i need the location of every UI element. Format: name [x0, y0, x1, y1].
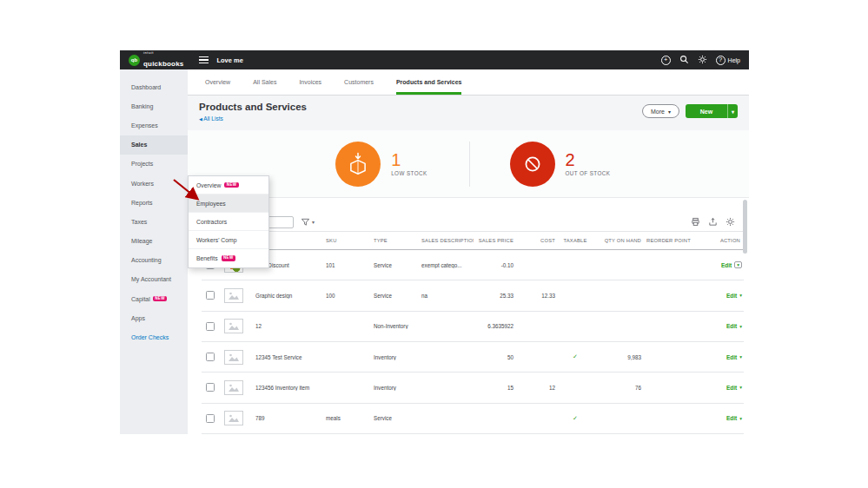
- col-type[interactable]: TYPE: [374, 238, 421, 243]
- sidebar-item-apps[interactable]: Apps: [120, 308, 188, 327]
- table-row: Graphic design 100 Service na 25.33 12.3…: [202, 280, 744, 311]
- edit-dropdown-caret[interactable]: ▾: [739, 385, 742, 390]
- workers-menu-benefits[interactable]: BenefitsNEW: [189, 249, 268, 267]
- low-stock-count: 1: [391, 151, 427, 168]
- out-of-stock-label: OUT OF STOCK: [566, 170, 611, 176]
- col-sales-price[interactable]: SALES PRICE: [474, 238, 517, 243]
- col-cost[interactable]: COST: [517, 238, 559, 243]
- quickbooks-window: qb intuit quickbooks Love me + ? Help: [120, 50, 749, 434]
- item-name[interactable]: 789: [255, 415, 326, 421]
- item-name[interactable]: 123456 Inventory item: [255, 385, 326, 391]
- row-checkbox[interactable]: [206, 291, 215, 300]
- edit-dropdown-caret[interactable]: ▾: [734, 261, 742, 268]
- sidebar-item-banking[interactable]: Banking: [120, 96, 188, 115]
- help-icon: ?: [716, 56, 726, 65]
- item-type: Service: [374, 415, 421, 421]
- item-taxable-check: ✓: [559, 415, 595, 422]
- export-icon[interactable]: [708, 217, 718, 227]
- item-sku: meals: [326, 415, 374, 421]
- item-sales-price: 50: [474, 354, 517, 360]
- row-checkbox[interactable]: [206, 383, 215, 392]
- sidebar-item-dashboard[interactable]: Dashboard: [120, 77, 188, 96]
- edit-dropdown-caret[interactable]: ▾: [739, 293, 742, 298]
- item-qty: 76: [595, 385, 645, 391]
- item-taxable-check: ✓: [559, 353, 595, 360]
- filter-caret: ▾: [312, 219, 315, 225]
- item-type: Inventory: [374, 354, 421, 360]
- photo-placeholder-icon: [224, 288, 243, 303]
- create-plus-icon[interactable]: +: [661, 56, 671, 65]
- edit-button[interactable]: Edit: [726, 354, 737, 360]
- sidebar-item-reports[interactable]: Reports: [120, 193, 188, 212]
- sidebar-item-order-checks[interactable]: Order Checks: [120, 327, 188, 346]
- filter-button[interactable]: ▾: [301, 217, 315, 227]
- out-of-stock-tile[interactable]: 2 OUT OF STOCK: [470, 130, 750, 197]
- edit-button[interactable]: Edit: [721, 262, 732, 268]
- edit-dropdown-caret[interactable]: ▾: [739, 324, 742, 329]
- item-name[interactable]: 12: [255, 323, 326, 329]
- edit-button[interactable]: Edit: [726, 293, 737, 299]
- sidebar-item-mileage[interactable]: Mileage: [120, 232, 188, 251]
- funnel-icon: [301, 217, 310, 227]
- edit-dropdown-caret[interactable]: ▾: [739, 354, 742, 359]
- col-sku[interactable]: SKU: [326, 238, 374, 243]
- sidebar-item-capital[interactable]: CapitalNEW: [120, 289, 188, 308]
- item-sales-price: 15: [474, 385, 517, 391]
- tab-products-and-services[interactable]: Products and Services: [396, 69, 461, 95]
- col-action: ACTION: [694, 238, 744, 243]
- out-of-stock-icon: [510, 142, 555, 187]
- photo-placeholder-icon: [224, 380, 243, 395]
- sidebar-item-projects[interactable]: Projects: [120, 155, 188, 174]
- workers-menu-employees[interactable]: Employees: [189, 195, 268, 213]
- out-of-stock-count: 2: [566, 151, 611, 168]
- row-checkbox[interactable]: [206, 353, 215, 361]
- tab-invoices[interactable]: Invoices: [299, 69, 321, 95]
- gear-icon[interactable]: [698, 52, 707, 68]
- edit-button[interactable]: Edit: [726, 323, 737, 329]
- sidebar-item-expenses[interactable]: Expenses: [120, 115, 188, 135]
- new-button[interactable]: New ▾: [686, 104, 738, 118]
- tab-all-sales[interactable]: All Sales: [253, 69, 276, 95]
- intuit-brand-label: intuit: [143, 51, 183, 55]
- sidebar-item-sales[interactable]: Sales: [120, 135, 188, 155]
- sidebar-item-my-accountant[interactable]: My Accountant: [120, 270, 188, 289]
- row-checkbox[interactable]: [206, 414, 215, 423]
- edit-dropdown-caret[interactable]: ▾: [739, 416, 742, 421]
- vertical-scrollbar[interactable]: [743, 200, 747, 254]
- low-stock-icon: [335, 142, 381, 187]
- item-name[interactable]: 12345 Test Service: [255, 354, 326, 360]
- sidebar-item-workers[interactable]: Workers: [120, 174, 188, 193]
- help-button[interactable]: ? Help: [716, 56, 740, 65]
- sidebar-item-taxes[interactable]: Taxes: [120, 212, 188, 231]
- tab-customers[interactable]: Customers: [344, 69, 374, 95]
- photo-placeholder-icon: [224, 350, 243, 365]
- edit-button[interactable]: Edit: [726, 415, 737, 421]
- all-lists-back-link[interactable]: ◀ All Lists: [199, 115, 307, 122]
- workers-menu-overview[interactable]: OverviewNEW: [189, 176, 268, 195]
- col-qty-on-hand[interactable]: QTY ON HAND: [595, 238, 645, 243]
- search-icon[interactable]: [679, 52, 689, 68]
- table-row: 12 Non-Inventory 6.3635922 Edit▾: [202, 312, 744, 342]
- col-taxable[interactable]: TAXABLE: [559, 238, 595, 243]
- item-sku: 100: [326, 293, 374, 299]
- table-settings-gear-icon[interactable]: [726, 217, 735, 227]
- item-type: Non-Inventory: [374, 323, 421, 329]
- chevron-down-icon: ▾: [668, 109, 671, 115]
- col-sales-description[interactable]: SALES DESCRIPTION: [421, 238, 474, 243]
- sidebar-item-accounting[interactable]: Accounting: [120, 251, 188, 270]
- photo-placeholder-icon: [224, 411, 243, 425]
- item-type: Inventory: [374, 385, 421, 391]
- tab-overview[interactable]: Overview: [205, 69, 230, 95]
- new-badge: NEW: [153, 296, 167, 302]
- item-qty: 9,983: [595, 354, 645, 360]
- more-button[interactable]: More ▾: [642, 104, 679, 118]
- edit-button[interactable]: Edit: [726, 385, 737, 391]
- new-dropdown-caret[interactable]: ▾: [727, 104, 738, 118]
- col-reorder-point[interactable]: REORDER POINT: [645, 238, 694, 243]
- print-icon[interactable]: [691, 217, 700, 227]
- row-checkbox[interactable]: [206, 322, 215, 331]
- workers-menu-contractors[interactable]: Contractors: [189, 213, 268, 231]
- item-name[interactable]: Graphic design: [255, 293, 326, 299]
- workers-menu-workers-comp[interactable]: Workers' Comp: [189, 231, 268, 249]
- hamburger-menu-icon[interactable]: [199, 56, 209, 64]
